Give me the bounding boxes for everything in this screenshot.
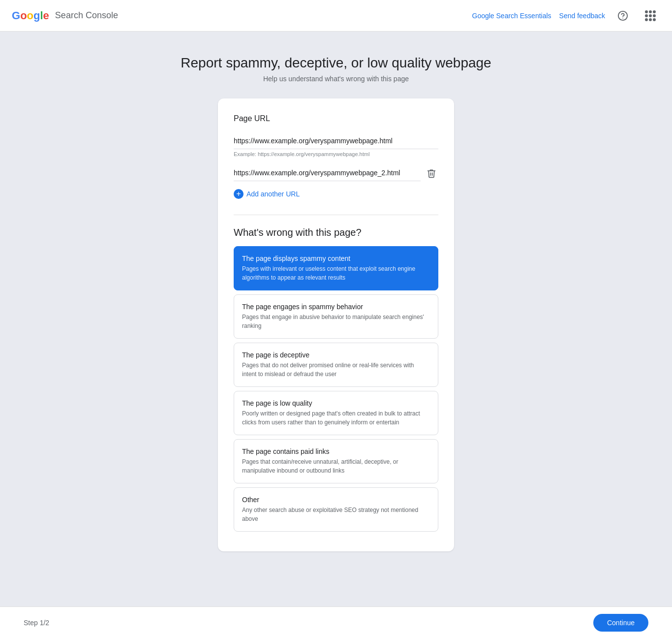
apps-icon [645, 10, 656, 21]
issues-section-label: What's wrong with this page? [234, 227, 438, 238]
url-hint-1: Example: https://example.org/veryspammyw… [234, 151, 438, 157]
option-item-2[interactable]: The page is deceptivePages that do not d… [234, 343, 438, 387]
option-item-1[interactable]: The page engages in spammy behaviorPages… [234, 294, 438, 339]
option-item-5[interactable]: OtherAny other search abuse or exploitat… [234, 487, 438, 532]
logo-o2: o [27, 9, 33, 22]
option-desc-2: Pages that do not deliver promised onlin… [242, 361, 430, 379]
trash-icon [427, 168, 436, 178]
header-right: Google Search Essentials Send feedback [472, 6, 661, 26]
url-input-1[interactable] [234, 133, 438, 149]
page-title: Report spammy, deceptive, or low quality… [181, 55, 491, 71]
url-section-label: Page URL [234, 114, 438, 123]
option-title-3: The page is low quality [242, 399, 430, 407]
logo-o1: o [20, 9, 27, 22]
add-url-label: Add another URL [246, 190, 300, 198]
step-label: Step 1/2 [24, 619, 49, 627]
options-list: The page displays spammy contentPages wi… [234, 246, 438, 532]
option-desc-0: Pages with irrelevant or useless content… [242, 264, 430, 282]
send-feedback-link[interactable]: Send feedback [559, 12, 605, 20]
logo-g2: g [33, 9, 40, 22]
option-item-3[interactable]: The page is low qualityPoorly written or… [234, 391, 438, 435]
product-name: Search Console [55, 10, 118, 21]
url-section: Page URL Example: https://example.org/ve… [234, 114, 438, 203]
google-logo: G o o g l e [12, 9, 49, 22]
option-desc-3: Poorly written or designed page that's o… [242, 409, 430, 427]
page-subtitle: Help us understand what's wrong with thi… [263, 75, 409, 83]
option-desc-5: Any other search abuse or exploitative S… [242, 506, 430, 523]
url-input-2[interactable] [234, 165, 421, 181]
option-item-4[interactable]: The page contains paid linksPages that c… [234, 439, 438, 483]
footer: Step 1/2 Continue [0, 606, 672, 638]
option-item-0[interactable]: The page displays spammy contentPages wi… [234, 246, 438, 290]
option-title-1: The page engages in spammy behavior [242, 303, 430, 311]
option-title-0: The page displays spammy content [242, 255, 430, 262]
delete-url-2-button[interactable] [425, 166, 438, 180]
apps-button[interactable] [641, 6, 660, 26]
google-search-essentials-link[interactable]: Google Search Essentials [472, 12, 551, 20]
url-field-1-wrapper [234, 133, 438, 149]
section-divider [234, 215, 438, 215]
help-button[interactable] [613, 6, 633, 26]
option-desc-1: Pages that engage in abusive behavior to… [242, 313, 430, 330]
add-icon: + [234, 189, 244, 199]
url-row-2 [234, 165, 438, 181]
issues-section: What's wrong with this page? The page di… [234, 227, 438, 532]
option-desc-4: Pages that contain/receive unnatural, ar… [242, 457, 430, 475]
header: G o o g l e Search Console Google Search… [0, 0, 672, 32]
form-card: Page URL Example: https://example.org/ve… [218, 98, 454, 551]
continue-button[interactable]: Continue [593, 614, 648, 632]
option-title-5: Other [242, 496, 430, 504]
option-title-4: The page contains paid links [242, 447, 430, 455]
logo-G: G [12, 9, 20, 22]
option-title-2: The page is deceptive [242, 351, 430, 359]
main-content: Report spammy, deceptive, or low quality… [0, 32, 672, 601]
help-icon [617, 10, 628, 21]
add-url-button[interactable]: + Add another URL [234, 185, 300, 203]
logo-e: e [43, 9, 49, 22]
header-left: G o o g l e Search Console [12, 9, 118, 22]
